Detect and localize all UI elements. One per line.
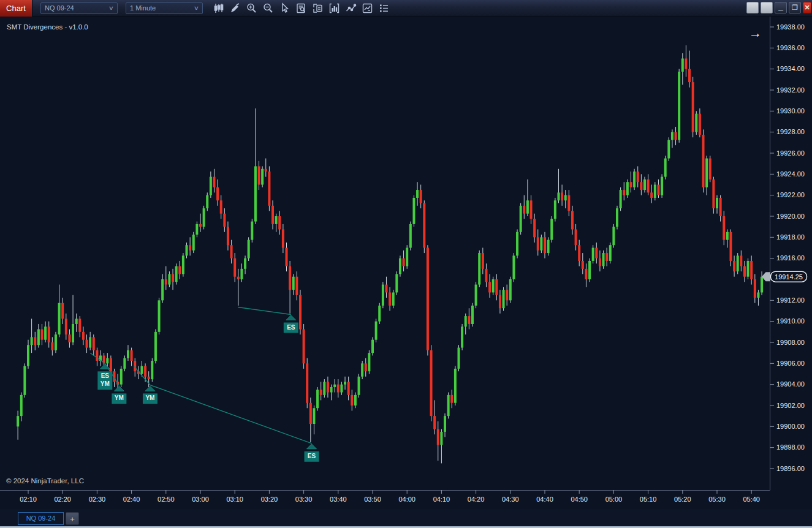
candle-body	[695, 114, 697, 132]
candle-body	[195, 224, 198, 235]
candle-body	[110, 358, 112, 371]
candle-body	[265, 169, 267, 172]
candle-body	[58, 303, 61, 335]
candle-body	[271, 206, 274, 224]
instrument-dropdown[interactable]: NQ 09-24 ∨	[40, 2, 118, 14]
smt-marker-triangle	[286, 315, 296, 320]
candle-body	[737, 255, 739, 271]
candle-body	[303, 330, 305, 364]
data-box-button[interactable]	[293, 1, 309, 16]
chart-canvas[interactable]: 19938.0019936.0019934.0019932.0019930.00…	[0, 17, 812, 528]
candle-body	[375, 322, 378, 340]
time-tick-label: 02:30	[89, 496, 106, 503]
candle-body	[258, 166, 260, 184]
candle-body	[430, 350, 433, 416]
candle-body	[151, 361, 153, 379]
candle-body	[705, 159, 708, 187]
chart-window-tab[interactable]: Chart	[0, 0, 32, 17]
cursor-button[interactable]	[276, 1, 293, 16]
candle-body	[395, 274, 398, 292]
candle-body	[333, 385, 336, 387]
chevron-down-icon: ∨	[194, 5, 199, 11]
candle-body	[93, 337, 95, 350]
candle-body	[382, 285, 384, 306]
candle-body	[34, 337, 36, 345]
candle-body	[433, 416, 436, 429]
strategies-button[interactable]	[343, 1, 359, 16]
candle-body	[544, 237, 546, 253]
candle-body	[537, 237, 539, 250]
candle-body	[605, 253, 608, 261]
candle-body	[699, 114, 701, 135]
candle-body	[492, 279, 495, 292]
candle-body	[40, 330, 43, 340]
candle-body	[620, 190, 622, 208]
candle-body	[216, 187, 219, 200]
candle-body	[86, 340, 88, 348]
candle-body	[719, 198, 722, 216]
candle-body	[120, 369, 123, 385]
candle-body	[106, 358, 108, 364]
candle-body	[399, 258, 401, 274]
minimize-button[interactable]: —	[775, 2, 787, 13]
candle-body	[96, 350, 98, 361]
candle-body	[371, 340, 374, 353]
time-tick-label: 03:00	[192, 496, 209, 503]
time-tick-label: 05:10	[640, 496, 657, 503]
instrument-link-button[interactable]	[746, 2, 759, 13]
zoom-in-button[interactable]	[243, 1, 260, 16]
restore-button[interactable]: ❐	[789, 2, 801, 13]
interval-dropdown[interactable]: 1 Minute ∨	[126, 2, 203, 14]
candle-body	[344, 382, 346, 384]
candle-body	[623, 190, 625, 195]
candle-body	[729, 232, 732, 261]
properties-button[interactable]	[376, 1, 392, 16]
drawing-tools-button[interactable]	[227, 1, 243, 16]
smt-divergence-line	[150, 385, 312, 443]
candle-body	[578, 245, 580, 261]
time-tick-label: 03:20	[261, 496, 278, 503]
indicators-button[interactable]	[326, 1, 343, 16]
zoom-out-icon	[262, 2, 274, 14]
zoom-out-button[interactable]	[260, 1, 276, 16]
candle-body	[447, 395, 450, 416]
price-tick-label: 19918.00	[776, 233, 805, 241]
bottom-tab-nq-09-24[interactable]: NQ 09-24	[18, 512, 64, 525]
candle-body	[289, 266, 291, 290]
price-tick-label: 19934.00	[776, 65, 805, 72]
interval-link-button[interactable]	[761, 2, 773, 13]
candle-body	[306, 363, 308, 402]
candle-body	[206, 195, 208, 208]
scroll-to-end-arrow-icon[interactable]: →	[749, 26, 762, 40]
chart-style-icon	[213, 2, 224, 14]
price-tick-label: 19926.00	[776, 149, 805, 157]
smt-divergence-line	[238, 307, 291, 314]
price-tick-label: 19896.00	[776, 465, 805, 472]
candle-body	[203, 208, 205, 227]
add-tab-button[interactable]: +	[66, 512, 79, 525]
candle-body	[592, 248, 594, 261]
chart-style-button[interactable]	[210, 1, 227, 16]
candle-body	[681, 59, 684, 72]
chart-trader-button[interactable]	[309, 1, 326, 16]
candle-body	[337, 385, 340, 393]
candle-body	[526, 200, 529, 213]
time-tick-label: 04:10	[433, 496, 450, 503]
close-button[interactable]: ✕	[803, 2, 811, 13]
candle-body	[292, 277, 295, 290]
candle-body	[282, 229, 284, 247]
candle-body	[750, 261, 753, 279]
candle-body	[692, 82, 694, 132]
candle-body	[144, 366, 146, 377]
candle-body	[213, 177, 215, 187]
chevron-down-icon: ∨	[108, 5, 114, 11]
candle-body	[134, 361, 136, 371]
candle-body	[248, 240, 250, 258]
candle-body	[182, 255, 184, 274]
candle-body	[588, 261, 591, 279]
candle-body	[37, 330, 40, 345]
market-analyzer-button[interactable]	[359, 1, 376, 16]
candle-body	[389, 292, 391, 305]
candle-body	[358, 377, 360, 395]
strategies-icon	[345, 2, 357, 14]
